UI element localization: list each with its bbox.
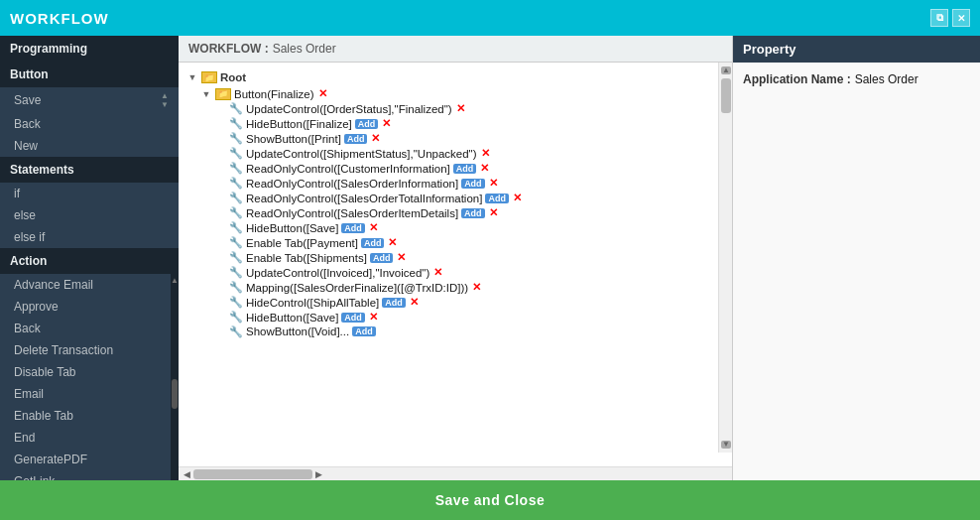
node-label-update-invoiced: UpdateControl([Invoiced],"Invoiced") [246,267,429,279]
tree-node-enable-shipments[interactable]: 🔧 Enable Tab([Shipments] Add ✕ [212,250,726,265]
delete-hidebutton-save2[interactable]: ✕ [369,311,378,324]
delete-mapping[interactable]: ✕ [472,281,481,294]
h-scroll-left-icon[interactable]: ◀ [181,469,193,479]
node-label-showbutton-print: ShowButton([Print] [246,133,341,145]
finalize-folder-icon: 📁 [215,88,231,100]
delete-enable-shipments[interactable]: ✕ [397,251,406,264]
sidebar-section-statements: Statements [0,157,179,183]
restore-icon[interactable]: ⧉ [930,9,948,27]
sidebar: Programming Button Save ▲▼ Back New Stat… [0,36,179,480]
tree-node-readonly-customer[interactable]: 🔧 ReadOnlyControl([CustomerInformation] … [212,161,726,176]
add-badge-hidebutton-finalize[interactable]: Add [355,119,379,129]
delete-readonly-customer[interactable]: ✕ [480,162,489,175]
sidebar-item-generate-pdf[interactable]: GeneratePDF [0,449,179,470]
h-scroll-right-icon[interactable]: ▶ [312,469,325,479]
sidebar-scrollbar[interactable]: ▲ ▼ [171,274,179,480]
node-label-readonly-salesorder: ReadOnlyControl([SalesOrderInformation] [246,178,458,190]
content-area: WORKFLOW : Sales Order ▼ 📁 Root ▼ 📁 Butt… [179,36,732,480]
add-badge-hidebutton-save[interactable]: Add [341,223,365,233]
add-badge-readonly-total[interactable]: Add [485,194,509,203]
title-icons: ⧉ ✕ [930,9,970,27]
tree-node-readonly-salesorder[interactable]: 🔧 ReadOnlyControl([SalesOrderInformation… [212,176,726,191]
add-badge-hidebutton-save2[interactable]: Add [341,313,365,323]
node-label-showbutton-void: ShowButton([Void]... [246,325,349,337]
expand-root-icon[interactable]: ▼ [186,71,198,83]
sidebar-item-back[interactable]: Back [0,113,179,135]
expand-finalize-icon[interactable]: ▼ [200,88,212,100]
tree-node-hidebutton-finalize[interactable]: 🔧 HideButton([Finalize] Add ✕ [212,116,726,131]
sidebar-item-else-if[interactable]: else if [0,226,179,248]
tree-node-readonly-items[interactable]: 🔧 ReadOnlyControl([SalesOrderItemDetails… [212,205,726,220]
property-panel: Property Application Name : Sales Order [732,36,980,480]
node-label-mapping: Mapping([SalesOrderFinalize]([@TrxID:ID]… [246,282,468,294]
delete-showbutton-print[interactable]: ✕ [371,132,380,145]
delete-readonly-salesorder[interactable]: ✕ [489,177,498,190]
wrench-icon-12: 🔧 [229,267,243,279]
tree-node-showbutton-print[interactable]: 🔧 ShowButton([Print] Add ✕ [212,131,726,146]
sidebar-item-email[interactable]: Email [0,383,179,405]
add-badge-showbutton-void[interactable]: Add [352,326,376,336]
sidebar-item-else[interactable]: else [0,204,179,226]
delete-enable-payment[interactable]: ✕ [388,236,397,249]
sidebar-item-advance-email[interactable]: Advance Email [0,274,179,296]
sidebar-item-back-action[interactable]: Back [0,318,179,339]
sidebar-item-enable-tab[interactable]: Enable Tab [0,405,179,427]
horizontal-scrollbar[interactable]: ◀ ▶ [179,466,732,480]
sidebar-item-new[interactable]: New [0,135,179,157]
delete-hidebutton-save[interactable]: ✕ [369,221,378,234]
add-badge-enable-payment[interactable]: Add [361,238,385,248]
wrench-icon-6: 🔧 [229,178,243,190]
tree-container[interactable]: ▼ 📁 Root ▼ 📁 Button(Finalize) ✕ 🔧 Update… [179,63,732,466]
add-badge-readonly-customer[interactable]: Add [453,164,477,174]
sidebar-section-programming: Programming [0,36,179,62]
delete-readonly-items[interactable]: ✕ [489,206,498,219]
node-label-readonly-customer: ReadOnlyControl([CustomerInformation] [246,163,450,175]
node-label-update-orderstatus: UpdateControl([OrderStatus],"Finalized") [246,103,452,115]
sidebar-item-approve[interactable]: Approve [0,296,179,318]
node-label-enable-shipments: Enable Tab([Shipments] [246,252,367,264]
wrench-icon-9: 🔧 [229,222,243,234]
sidebar-item-end[interactable]: End [0,427,179,449]
tree-node-button-finalize[interactable]: ▼ 📁 Button(Finalize) ✕ [198,86,726,101]
close-icon[interactable]: ✕ [952,9,970,27]
node-label-button-finalize: Button(Finalize) [234,88,314,100]
add-badge-readonly-items[interactable]: Add [461,208,485,218]
breadcrumb-workflow: WORKFLOW : [188,42,269,56]
sidebar-item-getlink[interactable]: GetLink [0,470,179,480]
tree-root-row[interactable]: ▼ 📁 Root [184,70,726,84]
add-badge-showbutton-print[interactable]: Add [344,134,368,144]
delete-update-invoiced[interactable]: ✕ [433,266,442,279]
delete-button-finalize[interactable]: ✕ [318,87,327,100]
app-name-label: Application Name : [743,72,851,86]
sidebar-item-disable-tab[interactable]: Disable Tab [0,361,179,383]
sidebar-item-delete-transaction[interactable]: Delete Transaction [0,339,179,361]
tree-node-showbutton-void[interactable]: 🔧 ShowButton([Void]... Add [212,325,726,338]
add-badge-hidecontrol-shipall[interactable]: Add [382,298,406,308]
tree-node-enable-payment[interactable]: 🔧 Enable Tab([Payment] Add ✕ [212,235,726,250]
tree-node-update-invoiced[interactable]: 🔧 UpdateControl([Invoiced],"Invoiced") ✕ [212,265,726,280]
root-folder-icon: 📁 [201,71,217,83]
sidebar-item-save[interactable]: Save ▲▼ [0,87,179,113]
tree-node-update-shipmentstatus[interactable]: 🔧 UpdateControl([ShipmentStatus],"Unpack… [212,146,726,161]
delete-update-shipmentstatus[interactable]: ✕ [481,147,490,160]
delete-hidebutton-finalize[interactable]: ✕ [382,117,391,130]
breadcrumb-page: Sales Order [273,42,336,56]
h-scroll-thumb[interactable] [193,469,312,479]
tree-node-hidecontrol-shipall[interactable]: 🔧 HideControl([ShipAllTable] Add ✕ [212,295,726,310]
tree-node-update-orderstatus[interactable]: 🔧 UpdateControl([OrderStatus],"Finalized… [212,101,726,116]
add-badge-enable-shipments[interactable]: Add [370,253,394,263]
delete-update-orderstatus[interactable]: ✕ [456,102,465,115]
save-bar[interactable]: Save and Close [0,480,980,520]
wrench-icon-5: 🔧 [229,163,243,175]
save-and-close-button[interactable]: Save and Close [435,492,546,508]
sidebar-item-if[interactable]: if [0,183,179,204]
node-label-enable-payment: Enable Tab([Payment] [246,237,358,249]
tree-node-hidebutton-save[interactable]: 🔧 HideButton([Save] Add ✕ [212,220,726,235]
tree-node-readonly-total[interactable]: 🔧 ReadOnlyControl([SalesOrderTotalInform… [212,191,726,205]
tree-node-hidebutton-save2[interactable]: 🔧 HideButton([Save] Add ✕ [212,310,726,325]
delete-readonly-total[interactable]: ✕ [513,192,522,204]
vertical-scrollbar[interactable]: ▲ ▼ [718,63,732,453]
delete-hidecontrol-shipall[interactable]: ✕ [410,296,419,309]
add-badge-readonly-salesorder[interactable]: Add [461,179,485,189]
tree-node-mapping[interactable]: 🔧 Mapping([SalesOrderFinalize]([@TrxID:I… [212,280,726,295]
